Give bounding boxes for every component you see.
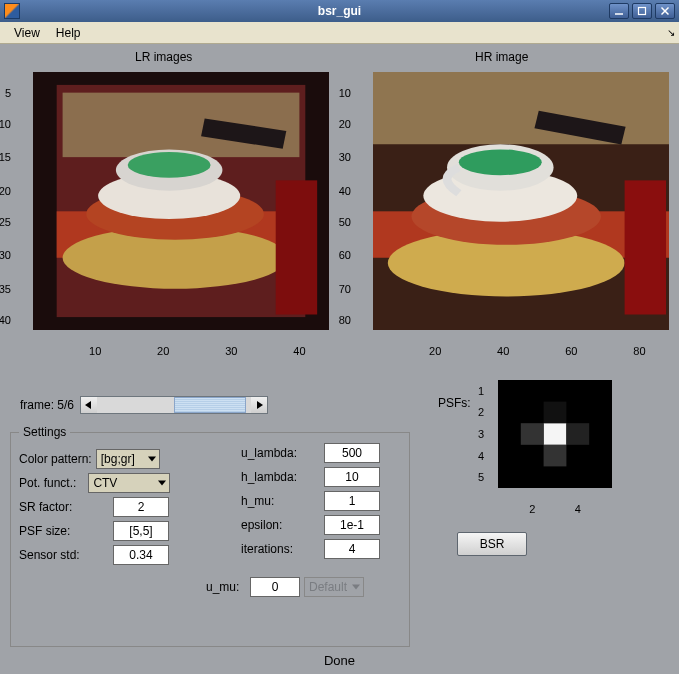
lr-image: [33, 72, 329, 330]
svg-rect-31: [566, 423, 589, 445]
svg-rect-6: [63, 93, 300, 158]
hr-ytick: 40: [339, 185, 351, 196]
chevron-down-icon: [148, 457, 156, 462]
menu-handle-icon[interactable]: ↘: [667, 27, 675, 38]
hr-ytick: 10: [339, 87, 351, 98]
svg-rect-29: [521, 423, 544, 445]
psf-ytick: 2: [478, 407, 484, 418]
bsr-button[interactable]: BSR: [457, 532, 527, 556]
hr-xtick: 20: [429, 346, 441, 357]
color-pattern-value: [bg;gr]: [101, 452, 135, 466]
chevron-down-icon: [352, 585, 360, 590]
lr-ytick: 5: [5, 87, 11, 98]
iterations-label: iterations:: [241, 542, 306, 556]
psf-ytick: 5: [478, 472, 484, 483]
hr-ytick: 70: [339, 283, 351, 294]
psf-ytick: 1: [478, 385, 484, 396]
frame-label: frame: 5/6: [20, 398, 74, 412]
psf-xtick: 4: [575, 504, 581, 515]
pot-funct-value: CTV: [93, 476, 117, 490]
psf-size-label: PSF size:: [19, 524, 84, 538]
sensor-std-label: Sensor std:: [19, 548, 84, 562]
u-mu-input[interactable]: [250, 577, 300, 597]
lr-ytick: 40: [0, 314, 11, 325]
psfs-label: PSFs:: [438, 396, 471, 410]
settings-panel: Settings Color pattern: [bg;gr] Pot. fun…: [10, 432, 410, 647]
svg-rect-1: [639, 8, 646, 15]
psf-ytick: 3: [478, 429, 484, 440]
psf-ytick: 4: [478, 450, 484, 461]
svg-point-12: [128, 152, 211, 178]
svg-rect-14: [276, 180, 317, 314]
lr-xtick: 30: [225, 346, 237, 357]
lr-ytick: 25: [0, 216, 11, 227]
scroll-left-button[interactable]: [81, 397, 97, 413]
svg-marker-26: [257, 401, 263, 409]
hr-image: [373, 72, 669, 330]
lr-ytick: 30: [0, 250, 11, 261]
hr-axes: 10 20 30 40 50 60 70 80 20 40 60 80: [373, 72, 669, 330]
h-mu-label: h_mu:: [241, 494, 306, 508]
u-mu-label: u_mu:: [206, 580, 246, 594]
lr-xtick: 40: [293, 346, 305, 357]
menu-help[interactable]: Help: [48, 24, 89, 42]
hr-xtick: 40: [497, 346, 509, 357]
lr-xtick: 20: [157, 346, 169, 357]
hr-ytick: 30: [339, 152, 351, 163]
h-lambda-input[interactable]: [324, 467, 380, 487]
hr-title: HR image: [475, 50, 528, 64]
lr-title: LR images: [135, 50, 192, 64]
psf-xtick: 2: [529, 504, 535, 515]
menu-view[interactable]: View: [6, 24, 48, 42]
lr-axes: 5 10 15 20 25 30 35 40 10 20 30 40: [33, 72, 329, 330]
u-mu-mode-value: Default: [309, 580, 347, 594]
frame-row: frame: 5/6: [20, 396, 268, 414]
lr-ytick: 35: [0, 283, 11, 294]
hr-ytick: 20: [339, 118, 351, 129]
u-lambda-label: u_lambda:: [241, 446, 306, 460]
scroll-track[interactable]: [97, 397, 251, 413]
h-mu-input[interactable]: [324, 491, 380, 511]
window-title: bsr_gui: [318, 4, 361, 18]
svg-point-22: [459, 149, 542, 175]
maximize-button[interactable]: [632, 3, 652, 19]
chevron-down-icon: [158, 481, 166, 486]
close-button[interactable]: [655, 3, 675, 19]
lr-xtick: 10: [89, 346, 101, 357]
minimize-button[interactable]: [609, 3, 629, 19]
sr-factor-input[interactable]: [113, 497, 169, 517]
hr-xtick: 60: [565, 346, 577, 357]
color-pattern-combo[interactable]: [bg;gr]: [96, 449, 160, 469]
u-lambda-input[interactable]: [324, 443, 380, 463]
epsilon-label: epsilon:: [241, 518, 306, 532]
svg-rect-16: [373, 72, 669, 144]
pot-funct-combo[interactable]: CTV: [88, 473, 170, 493]
hr-ytick: 80: [339, 314, 351, 325]
u-mu-mode-combo: Default: [304, 577, 364, 597]
h-lambda-label: h_lambda:: [241, 470, 306, 484]
matlab-icon: [4, 3, 20, 19]
svg-rect-24: [625, 180, 666, 314]
hr-xtick: 80: [633, 346, 645, 357]
lr-ytick: 15: [0, 152, 11, 163]
svg-rect-30: [544, 445, 567, 467]
scroll-right-button[interactable]: [251, 397, 267, 413]
color-pattern-label: Color pattern:: [19, 452, 92, 466]
epsilon-input[interactable]: [324, 515, 380, 535]
svg-rect-32: [544, 402, 567, 424]
iterations-input[interactable]: [324, 539, 380, 559]
settings-legend: Settings: [19, 425, 70, 439]
menubar: View Help ↘: [0, 22, 679, 44]
pot-funct-label: Pot. funct.:: [19, 476, 76, 490]
svg-rect-28: [544, 423, 567, 445]
lr-ytick: 10: [0, 118, 11, 129]
titlebar: bsr_gui: [0, 0, 679, 22]
svg-marker-25: [85, 401, 91, 409]
sr-factor-label: SR factor:: [19, 500, 84, 514]
status-text: Done: [0, 653, 679, 668]
sensor-std-input[interactable]: [113, 545, 169, 565]
psf-size-input[interactable]: [113, 521, 169, 541]
frame-scrollbar[interactable]: [80, 396, 268, 414]
hr-ytick: 50: [339, 216, 351, 227]
hr-ytick: 60: [339, 250, 351, 261]
